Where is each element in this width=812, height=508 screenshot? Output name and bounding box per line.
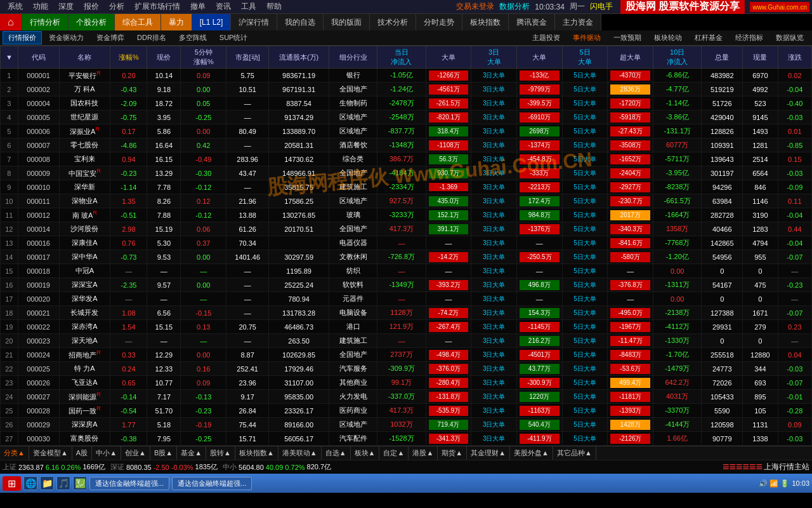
subnav-data-overview[interactable]: 数据纵览 bbox=[770, 31, 809, 44]
table-row[interactable]: 17 000020 深华发A — — — — 780.94 元器件 — — 3日… bbox=[1, 292, 812, 306]
table-row[interactable]: 22 000025 特 力A 0.24 12.33 0.16 252.41 17… bbox=[1, 362, 812, 376]
nav-sh-sz[interactable]: 沪深行情 bbox=[231, 14, 277, 30]
taskbar-media-icon[interactable]: 🎵 bbox=[56, 476, 70, 490]
col-header-super-bigorder[interactable]: 超大单 bbox=[608, 46, 653, 69]
menu-cancel[interactable]: 撤单 bbox=[185, 1, 211, 12]
subnav-theme[interactable]: 主题投资 bbox=[527, 31, 566, 44]
table-row[interactable]: 3 000004 国农科技 -2.09 18.72 0.05 — 8387.54… bbox=[1, 97, 812, 110]
nav-timeshare[interactable]: 分时走势 bbox=[416, 14, 462, 30]
col-header-price[interactable]: 现价 bbox=[147, 46, 181, 69]
subnav-leverage[interactable]: 杠杆基金 bbox=[689, 31, 728, 44]
bottom-tab-15[interactable]: 其金理财▲ bbox=[467, 446, 510, 460]
bottom-tab-13[interactable]: 港股▲ bbox=[409, 446, 438, 460]
nav-tools[interactable]: 综合工具 bbox=[115, 14, 161, 30]
table-row[interactable]: 16 000019 深深宝A -2.35 9.57 0.00 — 25225.2… bbox=[1, 278, 812, 292]
nav-stock-analysis[interactable]: 个股分析 bbox=[69, 14, 115, 30]
col-header-3d-bigorder[interactable]: 3日大单 bbox=[471, 46, 517, 69]
login-text[interactable]: 交易未登录 bbox=[456, 1, 494, 12]
taskbar-ie-icon[interactable]: 🌐 bbox=[23, 476, 37, 490]
taskbar-folder-icon[interactable]: 📁 bbox=[40, 476, 54, 490]
col-header-flow-day[interactable]: 当日净流入 bbox=[377, 46, 426, 69]
table-row[interactable]: 13 000016 深康佳A 0.76 5.30 0.37 70.34 电器仪器… bbox=[1, 236, 812, 250]
bottom-tab-7[interactable]: 股转▲ bbox=[206, 446, 235, 460]
taskbar-app-icon[interactable]: 💹 bbox=[73, 476, 87, 490]
nav-tech-analysis[interactable]: 技术分析 bbox=[370, 14, 416, 30]
nav-myview[interactable]: 我的版面 bbox=[324, 14, 370, 30]
bottom-tab-0[interactable]: 分类▲ bbox=[0, 446, 29, 460]
col-header-5d-bigorder[interactable]: 5日大单 bbox=[562, 46, 608, 69]
bottom-tab-9[interactable]: 港美联动▲ bbox=[278, 446, 322, 460]
nav-tencent-capital[interactable]: 腾讯资金 bbox=[509, 14, 555, 30]
data-analysis-link[interactable]: 数据分析 bbox=[499, 1, 530, 12]
table-row[interactable]: 26 000029 深深房A 1.77 5.18 -0.19 75.44 891… bbox=[1, 418, 812, 432]
nav-force[interactable]: 暴力 bbox=[161, 14, 192, 30]
table-row[interactable]: 7 000008 宝利来 0.94 16.15 -0.49 283.96 147… bbox=[1, 152, 812, 166]
table-row[interactable]: 14 000017 深中华A -0.73 9.53 0.00 1401.46 3… bbox=[1, 250, 812, 264]
status-right[interactable]: 上海行情主站 bbox=[764, 462, 809, 472]
menu-tools[interactable]: 工具 bbox=[236, 1, 261, 12]
table-row[interactable]: 8 000009 中国宝安R -0.23 13.29 -0.30 43.47 1… bbox=[1, 166, 812, 180]
table-row[interactable]: 10 000011 深物业A 1.35 8.26 0.12 21.96 1758… bbox=[1, 194, 812, 208]
menu-system[interactable]: 系统 bbox=[3, 1, 28, 12]
col-header-10d-flow[interactable]: 10日净流入 bbox=[653, 46, 702, 69]
bottom-tab-10[interactable]: 自选▲ bbox=[322, 446, 351, 460]
table-row[interactable]: 15 000018 中冠A — — — — 1195.89 纺织 — — 3日大… bbox=[1, 264, 812, 278]
table-row[interactable]: 2 000002 万 科A -0.43 9.18 0.00 10.51 9671… bbox=[1, 83, 812, 97]
table-row[interactable]: 5 000006 深振业AR 0.17 5.86 0.00 80.49 1338… bbox=[1, 124, 812, 138]
table-row[interactable]: 4 000005 世纪星源 -0.75 3.95 -0.25 — 91374.2… bbox=[1, 110, 812, 124]
table-row[interactable]: 11 000012 南 玻AR -0.51 7.88 -0.12 13.88 1… bbox=[1, 208, 812, 222]
subnav-econ-indicator[interactable]: 经济指标 bbox=[730, 31, 769, 44]
nav-home[interactable]: ⌂ bbox=[0, 14, 22, 30]
bottom-tab-17[interactable]: 其它品种▲ bbox=[553, 446, 596, 460]
taskbar-window-2[interactable]: 通达信金融终端超强... bbox=[172, 477, 252, 490]
subnav-bullbear[interactable]: 多空阵线 bbox=[173, 31, 213, 44]
col-header-float[interactable]: 流通股本(万) bbox=[269, 46, 329, 69]
table-row[interactable]: 9 000010 深华新 -1.14 7.78 -0.12 — 35815.75… bbox=[1, 180, 812, 194]
menu-function[interactable]: 功能 bbox=[28, 1, 53, 12]
col-header-vol[interactable]: 总量 bbox=[702, 46, 743, 69]
col-header-name[interactable]: 名称 bbox=[59, 46, 110, 69]
nav-l1l2[interactable]: [L1 L2] bbox=[192, 14, 232, 30]
menu-analysis[interactable]: 分析 bbox=[104, 1, 129, 12]
subnav-capital-game[interactable]: 资金博弈 bbox=[91, 31, 130, 44]
bottom-tab-16[interactable]: 美股外盘▲ bbox=[510, 446, 553, 460]
menu-help[interactable]: 帮助 bbox=[261, 1, 287, 12]
bottom-tab-8[interactable]: 板块指数▲ bbox=[235, 446, 278, 460]
subnav-event[interactable]: 事件驱动 bbox=[567, 31, 606, 44]
col-header-chg[interactable]: 涨幅% bbox=[110, 46, 147, 69]
col-header-code[interactable]: 代码 bbox=[18, 46, 59, 69]
table-row[interactable]: 24 000027 深圳能源R -0.14 7.17 -0.13 9.17 95… bbox=[1, 390, 812, 404]
table-row[interactable]: 27 000030 富奥股份 -0.38 7.95 -0.25 15.71 56… bbox=[1, 432, 812, 446]
table-row[interactable]: 6 000007 零七股份 -4.86 16.64 0.42 — 20581.3… bbox=[1, 138, 812, 152]
taskbar-window-1[interactable]: 通达信金融终端超强... bbox=[89, 477, 169, 490]
table-row[interactable]: 23 000026 飞亚达A 0.65 10.77 0.09 23.96 311… bbox=[1, 376, 812, 390]
table-row[interactable]: 19 000022 深赤湾A 1.54 15.15 0.13 20.75 464… bbox=[1, 320, 812, 334]
col-header-cvol[interactable]: 现量 bbox=[743, 46, 778, 69]
bottom-tab-3[interactable]: 中小▲ bbox=[92, 446, 121, 460]
col-header-diff[interactable]: 涨跌 bbox=[778, 46, 811, 69]
col-header-bigorder[interactable]: 大单 bbox=[426, 46, 471, 69]
bottom-tab-1[interactable]: 资金模型▲ bbox=[29, 446, 72, 460]
col-header-bigorder2[interactable]: 大单 bbox=[517, 46, 563, 69]
subnav-quote[interactable]: 行情报价 bbox=[3, 31, 42, 44]
bottom-tab-5[interactable]: B股▲ bbox=[150, 446, 177, 460]
table-row[interactable]: 20 000023 深天地A — — — — 263.50 建筑施工 — — 3… bbox=[1, 334, 812, 348]
table-row[interactable]: 1 000001 平安银行R 0.20 10.14 0.09 5.75 9836… bbox=[1, 69, 812, 83]
col-header-pe[interactable]: 市盈[动] bbox=[226, 46, 269, 69]
table-row[interactable]: 25 000028 国药一致R -0.54 51.70 -0.23 26.84 … bbox=[1, 404, 812, 418]
nav-sector-index[interactable]: 板块指数 bbox=[462, 14, 509, 30]
col-header-m5[interactable]: 5分钟涨幅% bbox=[181, 46, 226, 69]
start-button[interactable]: ⊞ bbox=[3, 476, 21, 491]
subnav-capital-drive[interactable]: 资金驱动力 bbox=[43, 31, 89, 44]
menu-quote[interactable]: 报价 bbox=[79, 1, 104, 12]
bottom-tab-12[interactable]: 自定▲ bbox=[379, 446, 409, 460]
subnav-sup[interactable]: SUP统计 bbox=[214, 31, 254, 44]
table-row[interactable]: 12 000014 沙河股份 2.98 15.19 0.06 61.26 201… bbox=[1, 222, 812, 236]
subnav-ddr-rank[interactable]: DDR排名 bbox=[131, 31, 172, 44]
bottom-tab-4[interactable]: 创业▲ bbox=[121, 446, 150, 460]
table-row[interactable]: 21 000024 招商地产R 0.33 12.29 0.00 8.87 102… bbox=[1, 348, 812, 362]
col-header-sort[interactable]: ▼ bbox=[1, 46, 18, 69]
subnav-sector-rotate[interactable]: 板块轮动 bbox=[648, 31, 688, 44]
bottom-tab-14[interactable]: 期货▲ bbox=[438, 446, 467, 460]
menu-market[interactable]: 扩展市场行情 bbox=[129, 1, 185, 12]
